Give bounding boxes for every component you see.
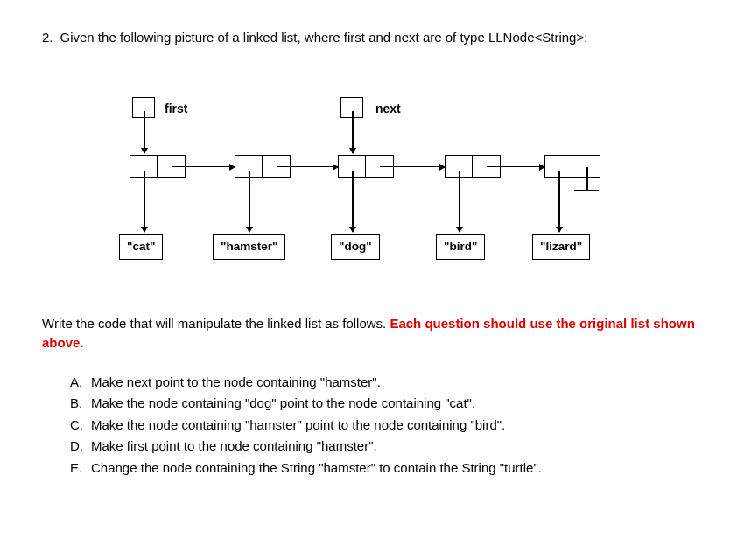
next-arrow	[352, 118, 354, 153]
node-info-arrow	[249, 178, 250, 232]
instructions-lead: Write the code that will manipulate the …	[42, 316, 390, 331]
list-item: C. Make the node containing "hamster" po…	[70, 416, 709, 436]
option-text: Make the node containing "dog" point to …	[91, 394, 475, 414]
node-next-arrow	[277, 166, 338, 168]
node-value: "bird"	[436, 234, 485, 260]
question-number: 2.	[42, 28, 53, 48]
option-text: Make next point to the node containing "…	[91, 373, 381, 393]
question-prompt: Given the following picture of a linked …	[60, 28, 588, 48]
linked-list-diagram: first next "cat" "h	[90, 97, 709, 272]
list-item: D. Make first point to the node containi…	[70, 437, 709, 457]
list-item: B. Make the node containing "dog" point …	[70, 394, 709, 414]
node-value: "hamster"	[213, 234, 285, 260]
node-info-arrow	[144, 178, 145, 232]
node-value: "dog"	[331, 234, 380, 260]
instructions-text: Write the code that will manipulate the …	[42, 314, 709, 354]
first-arrow	[144, 118, 145, 153]
option-letter: A.	[70, 373, 91, 393]
question-header: 2. Given the following picture of a link…	[42, 28, 709, 48]
node-value: "lizard"	[532, 234, 590, 260]
first-pointer-box	[132, 97, 155, 118]
list-item: A. Make next point to the node containin…	[70, 373, 709, 393]
list-node	[544, 155, 600, 178]
node-next-arrow	[487, 166, 544, 168]
option-text: Make first point to the node containing …	[91, 437, 377, 457]
node-info-arrow	[558, 178, 560, 232]
next-pointer-box	[340, 97, 363, 118]
option-letter: D.	[70, 437, 91, 457]
first-label: first	[165, 100, 187, 118]
node-info-arrow	[459, 178, 460, 232]
option-letter: E.	[70, 458, 91, 479]
option-text: Make the node containing "hamster" point…	[91, 416, 505, 436]
options-list: A. Make next point to the node containin…	[70, 373, 709, 479]
option-letter: C.	[70, 416, 91, 436]
node-next-arrow	[380, 166, 445, 168]
next-label: next	[376, 100, 401, 118]
node-info-arrow	[352, 178, 354, 232]
option-letter: B.	[70, 394, 91, 414]
list-item: E. Change the node containing the String…	[70, 458, 709, 479]
node-value: "cat"	[119, 234, 163, 260]
option-text: Change the node containing the String "h…	[91, 458, 542, 479]
node-next-arrow	[172, 166, 235, 168]
